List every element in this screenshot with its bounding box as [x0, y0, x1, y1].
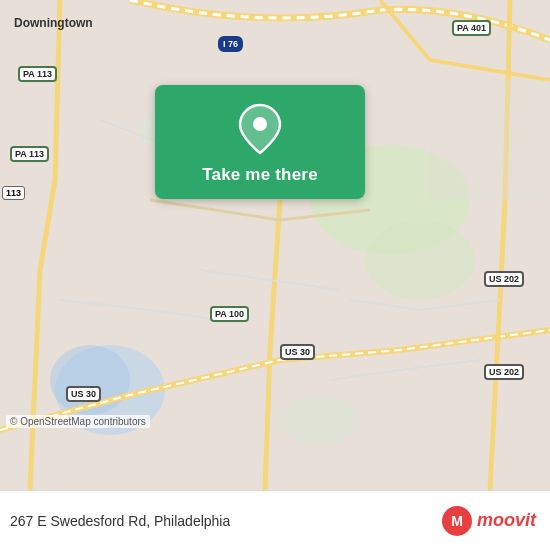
svg-point-8: [253, 117, 267, 131]
osm-attribution: © OpenStreetMap contributors: [6, 415, 150, 428]
road-badge-us202b: US 202: [484, 364, 524, 380]
svg-rect-5: [430, 80, 550, 200]
map-container: Downingtown I 76 PA 113 PA 113 113 PA 10…: [0, 0, 550, 490]
road-badge-pa113b: PA 113: [10, 146, 49, 162]
address-label: 267 E Swedesford Rd, Philadelphia: [10, 513, 230, 529]
place-label-downingtown: Downingtown: [14, 16, 93, 30]
bottom-bar: 267 E Swedesford Rd, Philadelphia M moov…: [0, 490, 550, 550]
road-badge-us30a: US 30: [280, 344, 315, 360]
road-badge-us30b: US 30: [66, 386, 101, 402]
road-badge-pa401: PA 401: [452, 20, 491, 36]
take-me-there-label: Take me there: [202, 165, 318, 185]
moovit-icon: M: [441, 505, 473, 537]
road-badge-pa100: PA 100: [210, 306, 249, 322]
take-me-there-button[interactable]: Take me there: [155, 85, 365, 199]
moovit-logo: M moovit: [441, 505, 536, 537]
road-badge-us202a: US 202: [484, 271, 524, 287]
svg-point-7: [280, 395, 360, 445]
road-badge-pa113a: PA 113: [18, 66, 57, 82]
location-pin-icon: [234, 103, 286, 155]
road-badge-i76: I 76: [218, 36, 243, 52]
svg-point-2: [365, 220, 475, 300]
svg-text:M: M: [451, 513, 463, 529]
road-badge-113: 113: [2, 186, 25, 200]
moovit-text-label: moovit: [477, 510, 536, 531]
